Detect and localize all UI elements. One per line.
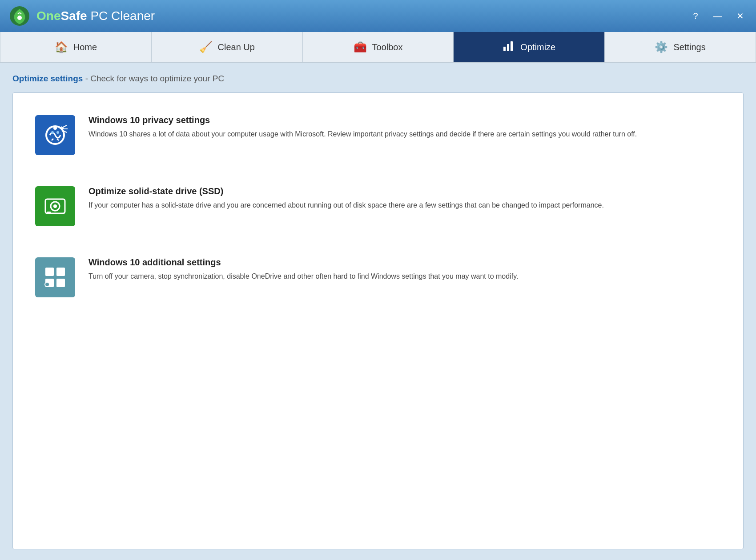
tab-settings-label: Settings (673, 42, 705, 52)
content-panel: Windows 10 privacy settings Windows 10 s… (12, 92, 744, 549)
svg-rect-14 (45, 268, 54, 276)
ssd-item-text: Optimize solid-state drive (SSD) If your… (88, 186, 721, 211)
privacy-item-title: Windows 10 privacy settings (88, 115, 721, 125)
win10-item-desc: Turn off your camera, stop synchronizati… (88, 271, 721, 282)
svg-rect-4 (511, 41, 513, 51)
cleanup-icon: 🧹 (199, 41, 213, 53)
svg-rect-17 (56, 279, 65, 287)
home-icon: 🏠 (55, 41, 68, 53)
app-branding: OneSafe PC Cleaner (9, 5, 155, 27)
window-controls: ? — ✕ (688, 9, 747, 23)
toolbox-icon: 🧰 (354, 41, 367, 53)
win10-icon (35, 257, 75, 297)
win10-item-title: Windows 10 additional settings (88, 257, 721, 268)
main-content: Optimize settings - Check for ways to op… (0, 63, 756, 560)
minimize-button[interactable]: — (711, 9, 725, 23)
app-logo (9, 5, 30, 27)
page-subtitle: Optimize settings - Check for ways to op… (12, 74, 744, 84)
list-item[interactable]: Windows 10 additional settings Turn off … (31, 248, 725, 306)
list-item[interactable]: Optimize solid-state drive (SSD) If your… (31, 177, 725, 235)
svg-point-8 (56, 131, 59, 134)
tab-settings[interactable]: ⚙️ Settings (605, 32, 756, 62)
help-button[interactable]: ? (688, 9, 703, 23)
svg-rect-15 (56, 268, 65, 276)
subtitle-bold: Optimize settings (12, 74, 83, 83)
settings-icon: ⚙️ (655, 41, 668, 53)
svg-rect-2 (503, 47, 506, 51)
svg-point-6 (53, 126, 57, 130)
tab-cleanup-label: Clean Up (218, 42, 255, 52)
title-bar: OneSafe PC Cleaner ? — ✕ (0, 0, 756, 32)
tab-optimize[interactable]: Optimize (454, 32, 605, 62)
tab-cleanup[interactable]: 🧹 Clean Up (152, 32, 303, 62)
list-item[interactable]: Windows 10 privacy settings Windows 10 s… (31, 106, 725, 164)
svg-rect-13 (47, 212, 51, 213)
svg-point-18 (45, 282, 49, 287)
svg-point-12 (53, 204, 57, 208)
ssd-item-title: Optimize solid-state drive (SSD) (88, 186, 721, 196)
privacy-item-text: Windows 10 privacy settings Windows 10 s… (88, 115, 721, 140)
nav-bar: 🏠 Home 🧹 Clean Up 🧰 Toolbox Optimize ⚙️ … (0, 32, 756, 63)
app-title: OneSafe PC Cleaner (36, 9, 155, 23)
subtitle-desc: - Check for ways to optimize your PC (83, 74, 224, 83)
tab-toolbox-label: Toolbox (372, 42, 403, 52)
ssd-item-desc: If your computer has a solid-state drive… (88, 200, 721, 211)
tab-home[interactable]: 🏠 Home (0, 32, 152, 62)
close-button[interactable]: ✕ (733, 9, 747, 23)
privacy-icon (35, 115, 75, 155)
tab-optimize-label: Optimize (520, 42, 555, 52)
ssd-icon (35, 186, 75, 226)
tab-toolbox[interactable]: 🧰 Toolbox (303, 32, 454, 62)
svg-rect-3 (507, 44, 509, 51)
win10-item-text: Windows 10 additional settings Turn off … (88, 257, 721, 282)
svg-point-7 (51, 131, 54, 134)
tab-home-label: Home (73, 42, 97, 52)
optimize-icon (503, 40, 515, 55)
privacy-item-desc: Windows 10 shares a lot of data about yo… (88, 129, 721, 140)
svg-point-1 (17, 16, 22, 20)
